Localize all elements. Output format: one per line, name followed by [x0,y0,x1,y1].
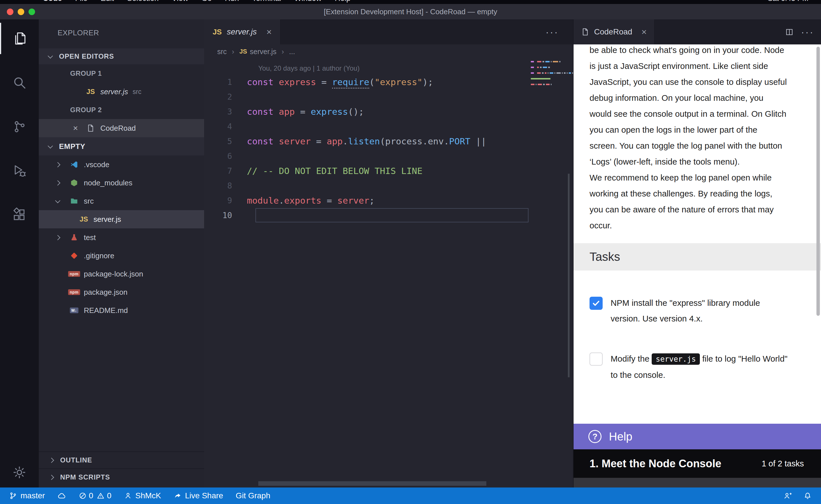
menu-item-edit[interactable]: Edit [101,0,114,3]
warning-icon [97,492,105,500]
tree-item-node-modules[interactable]: node_modules [39,174,204,192]
code-editor[interactable]: You, 20 days ago | 1 author (You) 1const… [204,59,573,487]
task-checkbox-checked[interactable] [589,297,602,310]
explorer-sidebar: EXPLORER OPEN EDITORS GROUP 1JSserver.js… [39,19,204,487]
tree-item-vscode[interactable]: .vscode [39,155,204,174]
status-notifications[interactable] [803,491,812,500]
zoom-window-button[interactable] [28,9,35,15]
editor-label: CodeRoad [100,124,136,133]
line-number: 6 [204,151,247,161]
tree-item-readme-md[interactable]: M↓README.md [39,301,204,319]
tree-item-package-lock-json[interactable]: npmpackage-lock.json [39,265,204,283]
line-number: 10 [204,211,247,220]
tab-coderoad[interactable]: CodeRoad × [573,19,655,44]
tree-item-package-json[interactable]: npmpackage.json [39,283,204,301]
chevron-right-icon [56,236,68,239]
activity-extensions-button[interactable] [0,199,39,231]
help-bar[interactable]: ? Help [573,424,821,449]
section-npm-scripts[interactable]: NPM SCRIPTS [39,468,204,485]
menu-item-file[interactable]: File [75,0,88,3]
status-git-branch[interactable]: master [9,491,45,500]
editor-more-actions-icon[interactable]: ··· [546,19,559,44]
editor-detail: src [132,88,141,96]
file-name: package.json [84,288,127,297]
chevron-right-icon [56,181,68,185]
status-live-share[interactable]: Live Share [173,491,223,500]
tutorial-text: be able to check what's going on in your… [573,44,821,233]
open-editor-coderoad[interactable]: ×CodeRoad [39,119,204,137]
code-line-8[interactable]: 8 [204,178,573,193]
coderoad-webview: be able to check what's going on in your… [573,44,821,487]
status-account[interactable]: ShMcK [124,491,161,500]
code-line-1[interactable]: 1const express = require("express"); [204,75,573,89]
tasks-header: Tasks [573,243,821,271]
titlebar[interactable]: [Extension Development Host] - CodeRoad … [0,4,821,19]
line-number: 2 [204,92,247,102]
status-problems[interactable]: 00 [79,491,111,500]
close-editor-icon[interactable]: × [73,123,84,133]
window-title: [Extension Development Host] - CodeRoad … [0,4,821,19]
file-name: src [84,197,94,206]
tree-item-server-js[interactable]: JSserver.js [39,210,204,228]
code-line-4[interactable]: 4 [204,119,573,134]
code-line-5[interactable]: 5const server = app.listen(process.env.P… [204,134,573,149]
breadcrumb-server-js[interactable]: JSserver.js [240,48,277,56]
menu-item-code[interactable]: Code [43,0,62,3]
close-window-button[interactable] [7,9,13,15]
lesson-progress-bar[interactable]: 1. Meet the Node Console 1 of 2 tasks [573,449,821,478]
task-checkbox-unchecked[interactable] [589,353,602,366]
panel-tab-bar: CodeRoad × ··· [573,19,821,44]
status-invite[interactable] [783,491,792,500]
test-file-icon [68,232,80,243]
window-controls [7,9,35,15]
code-line-6[interactable]: 6 [204,149,573,163]
status-bar-right [783,491,812,500]
code-line-9[interactable]: 9module.exports = server; [204,193,573,208]
line-number: 7 [204,166,247,176]
code-line-10[interactable]: 10 [204,208,573,223]
tree-item-test[interactable]: test [39,228,204,247]
open-editors-header[interactable]: OPEN EDITORS [39,48,204,64]
code-line-7[interactable]: 7// -- DO NOT EDIT BELOW THIS LINE [204,163,573,178]
menu-item-help[interactable]: Help [335,0,351,3]
breadcrumb-src[interactable]: src [217,48,227,56]
status-git-graph[interactable]: Git Graph [236,491,270,500]
status-publish[interactable] [58,491,66,500]
editor-vertical-scrollbar[interactable] [568,174,569,377]
breadcrumb-[interactable]: ... [289,48,295,56]
menu-item-go[interactable]: Go [201,0,212,3]
activity-explorer-button[interactable] [0,23,39,54]
menu-item-view[interactable]: View [172,0,188,3]
section-outline[interactable]: OUTLINE [39,451,204,468]
panel-more-actions-icon[interactable]: ··· [801,19,814,44]
workspace-header[interactable]: EMPTY [39,137,204,155]
file-file-icon [84,123,97,133]
tree-item-src[interactable]: src [39,192,204,210]
sidebar-bottom-sections: OUTLINENPM SCRIPTS [39,451,204,485]
tab-server-js[interactable]: JS server.js × [204,19,281,44]
menu-item-terminal[interactable]: Terminal [252,0,281,3]
webview-scrollbar[interactable] [816,47,820,316]
menu-item-run[interactable]: Run [225,0,239,3]
menu-item-selection[interactable]: Selection [127,0,159,3]
code-line-3[interactable]: 3const app = express(); [204,104,573,119]
activity-settings-button[interactable] [0,460,39,485]
code-line-2[interactable]: 2 [204,89,573,104]
close-tab-icon[interactable]: × [267,27,272,37]
split-editor-icon[interactable] [785,19,794,44]
close-tab-icon[interactable]: × [642,27,647,37]
minimap[interactable] [531,61,558,89]
line-number: 8 [204,181,247,190]
file-name: node_modules [84,179,132,187]
activity-source-control-button[interactable] [0,111,39,142]
tree-item-gitignore[interactable]: .gitignore [39,247,204,265]
open-editor-server-js[interactable]: JSserver.jssrc [39,83,204,101]
activity-run-debug-button[interactable] [0,155,39,187]
editor-horizontal-scrollbar[interactable] [258,481,486,486]
minimize-window-button[interactable] [18,9,24,15]
menu-item-window[interactable]: Window [294,0,322,3]
file-tree: .vscodenode_modulessrcJSserver.jstest.gi… [39,155,204,319]
codelens[interactable]: You, 20 days ago | 1 author (You) [258,64,573,72]
task-description: Modify the server.js file to log "Hello … [610,351,790,383]
activity-search-button[interactable] [0,67,39,98]
